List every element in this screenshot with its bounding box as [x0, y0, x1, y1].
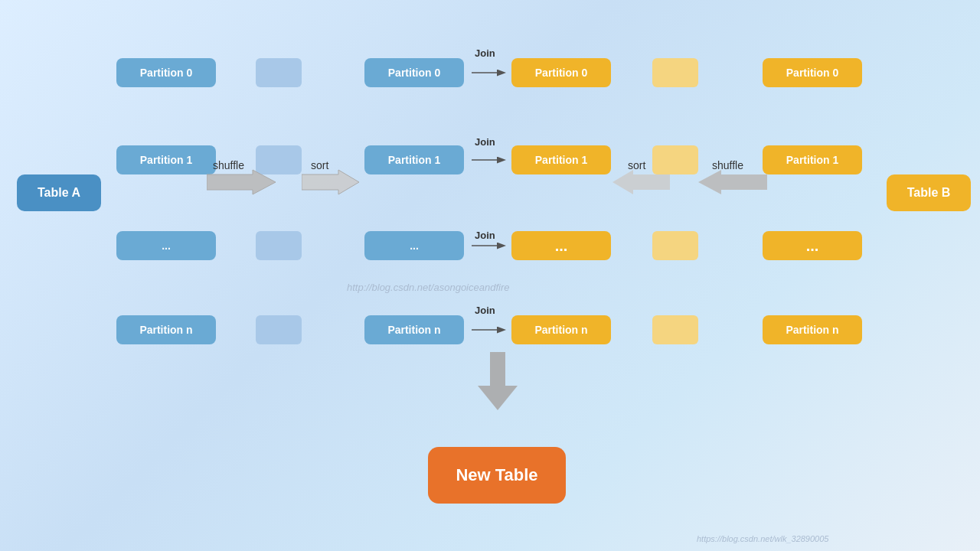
blue-partition-0: Partition 0	[116, 58, 216, 87]
sort-label-right: sort	[628, 159, 645, 171]
table-b-label: Table B	[907, 186, 951, 200]
yellow-partition-1: Partition 1	[763, 145, 862, 174]
center-yellow-partition-1: Partition 1	[511, 145, 611, 174]
new-table-label: New Table	[456, 465, 537, 485]
center-blue-partition-0: Partition 0	[364, 58, 464, 87]
shuffle-label-right: shuffle	[712, 159, 743, 171]
svg-marker-9	[698, 170, 767, 194]
blue-buffer-0	[256, 58, 302, 87]
join-arrow-3	[464, 315, 511, 344]
join-arrow-0	[464, 58, 511, 87]
svg-marker-0	[207, 170, 276, 194]
svg-marker-10	[478, 352, 518, 410]
table-b: Table B	[887, 174, 971, 211]
join-arrow-2	[464, 231, 511, 260]
shuffle-label: shuffle	[213, 159, 244, 171]
center-blue-partition-dots: ...	[364, 231, 464, 260]
yellow-partition-n: Partition n	[763, 315, 862, 344]
center-yellow-partition-dots: ...	[511, 231, 611, 260]
svg-marker-8	[612, 170, 670, 194]
yellow-buffer-dots	[652, 231, 698, 260]
blue-buffer-dots	[256, 231, 302, 260]
svg-marker-2	[302, 170, 359, 194]
sort-label: sort	[311, 159, 328, 171]
main-container: Table A Table B Partition 0 Partition 1 …	[0, 0, 980, 551]
join-label-3: Join	[475, 305, 495, 316]
table-a: Table A	[17, 174, 101, 211]
blue-buffer-n	[256, 315, 302, 344]
down-arrow	[470, 352, 525, 416]
yellow-buffer-0	[652, 58, 698, 87]
watermark-2: https://blog.csdn.net/wlk_32890005	[697, 534, 828, 543]
center-blue-partition-1: Partition 1	[364, 145, 464, 174]
yellow-partition-dots: ...	[763, 231, 862, 260]
yellow-partition-0: Partition 0	[763, 58, 862, 87]
table-a-label: Table A	[38, 186, 80, 200]
sort-left-arrow	[612, 168, 670, 199]
blue-partition-dots: ...	[116, 231, 216, 260]
blue-partition-1: Partition 1	[116, 145, 216, 174]
sort-right-arrow	[302, 168, 359, 199]
shuffle-left-arrow	[698, 168, 767, 199]
center-blue-partition-n: Partition n	[364, 315, 464, 344]
blue-partition-n: Partition n	[116, 315, 216, 344]
center-yellow-partition-n: Partition n	[511, 315, 611, 344]
new-table: New Table	[428, 447, 566, 504]
shuffle-right-arrow	[207, 168, 276, 199]
center-yellow-partition-0: Partition 0	[511, 58, 611, 87]
join-arrow-1	[464, 145, 511, 174]
join-label-0: Join	[475, 47, 495, 59]
watermark-1: http://blog.csdn.net/asongoiceandfire	[347, 282, 509, 293]
yellow-buffer-n	[652, 315, 698, 344]
